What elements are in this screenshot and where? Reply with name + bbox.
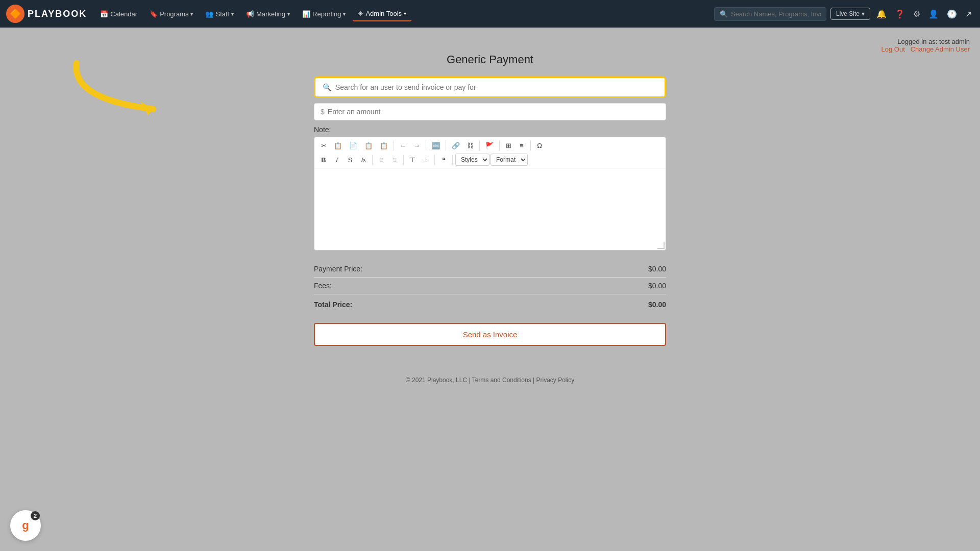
admin-tools-caret: ▾: [404, 11, 406, 16]
styles-dropdown[interactable]: Styles: [455, 154, 489, 166]
copy-button[interactable]: 📋: [331, 139, 345, 152]
marketing-caret: ▾: [287, 11, 290, 17]
nav-programs[interactable]: 🔖 Programs ▾: [144, 7, 198, 21]
marketing-icon: 📢: [246, 10, 254, 18]
special-chars-button[interactable]: Ω: [533, 139, 546, 152]
remove-format-button[interactable]: Ix: [357, 154, 370, 166]
live-site-chevron: ▾: [862, 10, 865, 17]
total-price-value: $0.00: [648, 300, 666, 309]
logo[interactable]: 🔶 PLAYBOOK: [6, 5, 87, 23]
format-dropdown[interactable]: Format: [491, 154, 528, 166]
total-price-row: Total Price: $0.00: [314, 294, 666, 313]
horizontal-rule-button[interactable]: ≡: [516, 139, 528, 152]
footer: © 2021 Playbook, LLC | Terms and Conditi…: [314, 366, 666, 389]
amount-input[interactable]: [328, 108, 659, 116]
nav-marketing[interactable]: 📢 Marketing ▾: [241, 7, 295, 21]
nav-staff[interactable]: 👥 Staff ▾: [200, 7, 239, 21]
separator-6: [530, 140, 531, 151]
fees-label: Fees:: [314, 282, 332, 290]
editor-body[interactable]: [314, 168, 666, 250]
programs-caret: ▾: [190, 11, 193, 17]
payment-price-row: Payment Price: $0.00: [314, 261, 666, 278]
live-site-button[interactable]: Live Site ▾: [830, 8, 870, 20]
g2-label: g: [22, 519, 29, 532]
fees-row: Fees: $0.00: [314, 278, 666, 294]
outdent-button[interactable]: ⊤: [406, 154, 419, 166]
separator-1: [394, 140, 394, 151]
ordered-list-button[interactable]: ≡: [388, 154, 401, 166]
settings-icon[interactable]: ⚙: [911, 7, 922, 21]
g2-count: 2: [31, 511, 40, 520]
strikethrough-button[interactable]: S: [344, 154, 356, 166]
blockquote-button[interactable]: ❝: [437, 154, 450, 166]
toolbar-row-2: B I S Ix ≡ ≡ ⊤ ⊥ ❝ Styles: [317, 154, 663, 166]
toolbar-row-1: ✂ 📋 📄 📋 📋 ← → 🔤 🔗 ⛓ 🚩: [317, 139, 663, 152]
nav-reporting[interactable]: 📊 Reporting ▾: [297, 7, 351, 21]
programs-icon: 🔖: [150, 10, 158, 18]
separator-10: [452, 155, 453, 165]
payment-form: 🔍 $ Note: ✂ 📋 📄 📋 📋: [314, 77, 666, 389]
table-button[interactable]: ⊞: [502, 139, 514, 152]
spellcheck-button[interactable]: 🔤: [429, 139, 443, 152]
separator-4: [479, 140, 480, 151]
italic-button[interactable]: I: [331, 154, 343, 166]
logged-in-label: Logged in as: test admin: [881, 38, 970, 45]
paste-text-button[interactable]: 📋: [361, 139, 376, 152]
separator-2: [426, 140, 426, 151]
logo-icon: 🔶: [6, 5, 24, 23]
notifications-icon[interactable]: 🔔: [874, 7, 889, 21]
user-search-input[interactable]: [335, 83, 657, 91]
link-button[interactable]: 🔗: [449, 139, 463, 152]
user-search-box[interactable]: 🔍: [314, 77, 666, 98]
paste-word-button[interactable]: 📋: [377, 139, 391, 152]
bold-button[interactable]: B: [317, 154, 330, 166]
indent-button[interactable]: ⊥: [420, 154, 432, 166]
terms-link[interactable]: Terms and Conditions: [472, 377, 531, 384]
nav-admin-tools[interactable]: ✳ Admin Tools ▾: [353, 7, 411, 21]
page-title: Generic Payment: [447, 53, 533, 66]
staff-icon: 👥: [205, 10, 213, 18]
unlink-button[interactable]: ⛓: [464, 139, 477, 152]
total-price-label: Total Price:: [314, 300, 352, 309]
separator-3: [446, 140, 446, 151]
logout-link[interactable]: Log Out: [881, 45, 905, 53]
payment-price-value: $0.00: [648, 265, 666, 273]
redo-button[interactable]: →: [410, 139, 423, 152]
note-editor[interactable]: ✂ 📋 📄 📋 📋 ← → 🔤 🔗 ⛓ 🚩: [314, 137, 666, 251]
staff-caret: ▾: [231, 11, 234, 17]
external-link-icon[interactable]: ↗: [963, 7, 974, 21]
reporting-icon: 📊: [302, 10, 310, 18]
nav-calendar[interactable]: 📅 Calendar: [95, 7, 142, 21]
privacy-link[interactable]: Privacy Policy: [536, 377, 575, 384]
payment-price-label: Payment Price:: [314, 265, 362, 273]
summary-table: Payment Price: $0.00 Fees: $0.00 Total P…: [314, 261, 666, 313]
unordered-list-button[interactable]: ≡: [375, 154, 387, 166]
history-icon[interactable]: 🕐: [945, 7, 959, 21]
nav-right: 🔍 Live Site ▾ 🔔 ❓ ⚙ 👤 🕐 ↗: [714, 7, 974, 21]
paste-button[interactable]: 📄: [346, 139, 360, 152]
undo-button[interactable]: ←: [397, 139, 409, 152]
search-icon: 🔍: [720, 10, 728, 18]
fees-value: $0.00: [648, 282, 666, 290]
footer-sep: |: [533, 377, 534, 384]
logo-text: PLAYBOOK: [28, 9, 87, 19]
g2-badge[interactable]: g 2: [10, 510, 41, 541]
separator-5: [499, 140, 500, 151]
separator-8: [403, 155, 404, 165]
change-admin-link[interactable]: Change Admin User: [911, 45, 970, 53]
anchor-button[interactable]: 🚩: [482, 139, 497, 152]
calendar-icon: 📅: [100, 10, 108, 18]
global-search[interactable]: 🔍: [714, 7, 826, 21]
user-info: Logged in as: test admin Log Out Change …: [881, 38, 970, 53]
user-icon[interactable]: 👤: [926, 7, 941, 21]
help-icon[interactable]: ❓: [893, 7, 907, 21]
amount-field-row[interactable]: $: [314, 103, 666, 120]
editor-toolbar: ✂ 📋 📄 📋 📋 ← → 🔤 🔗 ⛓ 🚩: [314, 137, 666, 168]
send-invoice-button[interactable]: Send as Invoice: [314, 323, 666, 346]
separator-9: [434, 155, 435, 165]
global-search-input[interactable]: [731, 10, 821, 18]
admin-tools-icon: ✳: [358, 10, 363, 17]
footer-copyright: © 2021 Playbook, LLC |: [406, 377, 471, 384]
cut-button[interactable]: ✂: [317, 139, 330, 152]
separator-7: [372, 155, 373, 165]
